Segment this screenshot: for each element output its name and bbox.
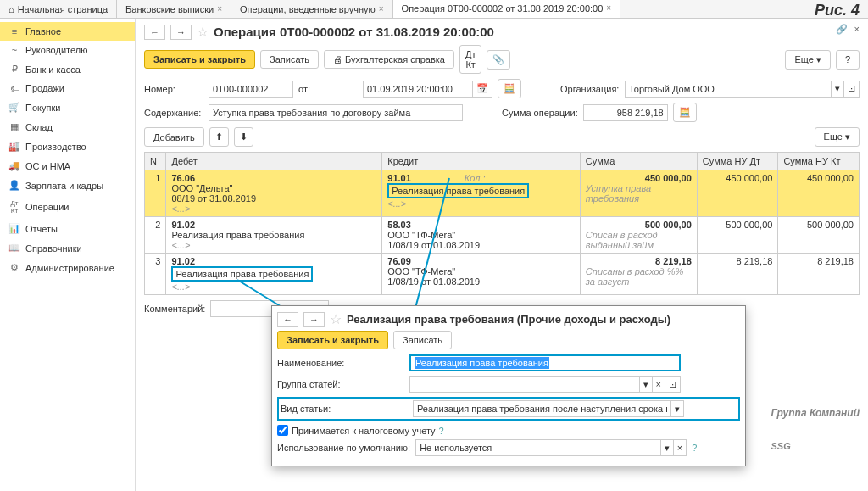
report-button[interactable]: 🖨 Бухгалтерская справка bbox=[324, 50, 454, 69]
sidebar-item-reports[interactable]: 📊Отчеты bbox=[0, 219, 135, 238]
close-icon[interactable]: × bbox=[217, 4, 222, 14]
dt-kt-button[interactable]: ДтКт bbox=[459, 45, 482, 74]
calendar-icon[interactable]: 📅 bbox=[473, 81, 492, 98]
table-row[interactable]: 3 91.02Реализация права требования<...> … bbox=[145, 254, 860, 295]
debit-analytics-box: Реализация права требования bbox=[171, 266, 313, 282]
col-nu-kt[interactable]: Сумма НУ Кт bbox=[778, 153, 860, 170]
sidebar-item-warehouse[interactable]: ▦Склад bbox=[0, 117, 135, 137]
sidebar-item-bank[interactable]: ₽Банк и касса bbox=[0, 59, 135, 79]
sidebar-item-sales[interactable]: 🏷Продажи bbox=[0, 79, 135, 98]
popup-save-button[interactable]: Записать bbox=[393, 331, 452, 349]
col-credit[interactable]: Кредит bbox=[382, 153, 581, 170]
comment-label: Комментарий: bbox=[144, 304, 205, 314]
help-button[interactable]: ? bbox=[836, 50, 860, 70]
home-icon: ⌂ bbox=[8, 4, 14, 14]
open-icon[interactable]: ⊡ bbox=[665, 376, 681, 393]
tab-home[interactable]: ⌂Начальная страница bbox=[0, 0, 117, 18]
date-input[interactable] bbox=[363, 81, 473, 98]
dropdown-icon[interactable]: ▾ bbox=[640, 376, 653, 393]
popup-name-input[interactable]: Реализация права требования bbox=[409, 354, 681, 371]
calc-sum-button[interactable]: 🧮 bbox=[673, 103, 697, 122]
nav-forward-button[interactable]: → bbox=[170, 25, 192, 40]
sidebar-item-manager[interactable]: ~Руководителю bbox=[0, 41, 135, 59]
dropdown-icon[interactable]: ▾ bbox=[661, 439, 674, 456]
sidebar-item-main[interactable]: ≡Главное bbox=[0, 22, 135, 41]
sidebar: ≡Главное ~Руководителю ₽Банк и касса 🏷Пр… bbox=[0, 19, 136, 491]
tab-bank[interactable]: Банковские выписки× bbox=[117, 0, 231, 18]
entries-table: N Дебет Кредит Сумма Сумма НУ Дт Сумма Н… bbox=[144, 152, 860, 295]
number-input[interactable] bbox=[209, 81, 293, 98]
popup-type-label: Вид статьи: bbox=[281, 404, 408, 414]
popup-save-close-button[interactable]: Записать и закрыть bbox=[277, 331, 388, 349]
link-icon[interactable]: 🔗 bbox=[836, 24, 848, 35]
from-label: от: bbox=[298, 84, 358, 94]
popup-dialog: ← → ☆ Реализация права требования (Прочи… bbox=[271, 305, 746, 466]
tab-manual-ops[interactable]: Операции, введенные вручную× bbox=[231, 0, 393, 18]
move-down-button[interactable]: ⬇ bbox=[234, 127, 253, 147]
close-window-icon[interactable]: × bbox=[854, 24, 860, 35]
sidebar-item-purchases[interactable]: 🛒Покупки bbox=[0, 98, 135, 117]
page-title: Операция 0Т00-000002 от 31.08.2019 20:00… bbox=[214, 25, 494, 39]
sidebar-item-payroll[interactable]: 👤Зарплата и кадры bbox=[0, 176, 135, 195]
popup-default-label: Использование по умолчанию: bbox=[277, 443, 410, 453]
popup-group-input[interactable] bbox=[409, 376, 640, 393]
move-up-button[interactable]: ⬆ bbox=[209, 127, 229, 147]
table-more-button[interactable]: Еще ▾ bbox=[815, 127, 860, 147]
close-icon[interactable]: × bbox=[379, 4, 384, 14]
col-n[interactable]: N bbox=[145, 153, 166, 170]
save-button[interactable]: Записать bbox=[260, 50, 319, 69]
number-label: Номер: bbox=[144, 84, 203, 94]
tabs: ⌂Начальная страница Банковские выписки× … bbox=[0, 0, 868, 19]
help-icon[interactable]: ? bbox=[692, 443, 697, 453]
sum-input[interactable] bbox=[583, 104, 668, 121]
popup-type-input[interactable] bbox=[413, 400, 671, 417]
clear-icon[interactable]: × bbox=[653, 376, 665, 393]
sidebar-item-assets[interactable]: 🚚ОС и НМА bbox=[0, 156, 135, 176]
col-debit[interactable]: Дебет bbox=[166, 153, 382, 170]
credit-analytics-box: Реализация права требования bbox=[387, 183, 529, 198]
favorite-icon[interactable]: ☆ bbox=[197, 24, 209, 40]
save-close-button[interactable]: Записать и закрыть bbox=[144, 50, 255, 69]
sidebar-item-references[interactable]: 📖Справочники bbox=[0, 238, 135, 258]
org-input[interactable] bbox=[625, 81, 832, 98]
sidebar-item-operations[interactable]: Дт КтОперации bbox=[0, 195, 135, 219]
popup-forward-button[interactable]: → bbox=[303, 312, 325, 327]
tab-operation[interactable]: Операция 0Т00-000002 от 31.08.2019 20:00… bbox=[393, 0, 621, 18]
content-label: Содержание: bbox=[144, 108, 203, 118]
dropdown-icon[interactable]: ▾ bbox=[671, 400, 684, 417]
more-button[interactable]: Еще ▾ bbox=[785, 50, 830, 70]
dropdown-icon[interactable]: ▾ bbox=[832, 81, 844, 98]
content-input[interactable] bbox=[209, 104, 463, 121]
popup-group-label: Группа статей: bbox=[277, 379, 404, 389]
sidebar-item-production[interactable]: 🏭Производство bbox=[0, 137, 135, 156]
close-icon[interactable]: × bbox=[606, 3, 611, 13]
attach-button[interactable]: 📎 bbox=[487, 50, 510, 70]
table-row[interactable]: 1 76.06ООО "Дельта"08/19 от 31.08.2019<.… bbox=[145, 170, 860, 217]
sidebar-item-admin[interactable]: ⚙Администрирование bbox=[0, 258, 135, 277]
help-icon[interactable]: ? bbox=[439, 426, 444, 436]
calc-button[interactable]: 🧮 bbox=[498, 79, 521, 98]
popup-favorite-icon[interactable]: ☆ bbox=[330, 311, 342, 327]
popup-tax-label: Принимается к налоговому учету bbox=[292, 426, 436, 436]
popup-name-label: Наименование: bbox=[277, 358, 404, 368]
clear-icon[interactable]: × bbox=[674, 439, 687, 456]
col-nu-dt[interactable]: Сумма НУ Дт bbox=[697, 153, 778, 170]
popup-back-button[interactable]: ← bbox=[277, 312, 298, 327]
popup-tax-checkbox[interactable] bbox=[277, 425, 288, 436]
figure-label: Рис. 4 bbox=[815, 2, 860, 20]
sum-label: Сумма операции: bbox=[502, 108, 578, 118]
popup-title: Реализация права требования (Прочие дохо… bbox=[347, 313, 670, 326]
table-row[interactable]: 2 91.02Реализация права требования<...> … bbox=[145, 217, 860, 254]
add-button[interactable]: Добавить bbox=[144, 127, 204, 147]
open-icon[interactable]: ⊡ bbox=[844, 81, 860, 98]
org-label: Организация: bbox=[560, 84, 620, 94]
nav-back-button[interactable]: ← bbox=[144, 25, 165, 40]
col-sum[interactable]: Сумма bbox=[580, 153, 697, 170]
popup-default-input[interactable] bbox=[415, 439, 661, 456]
